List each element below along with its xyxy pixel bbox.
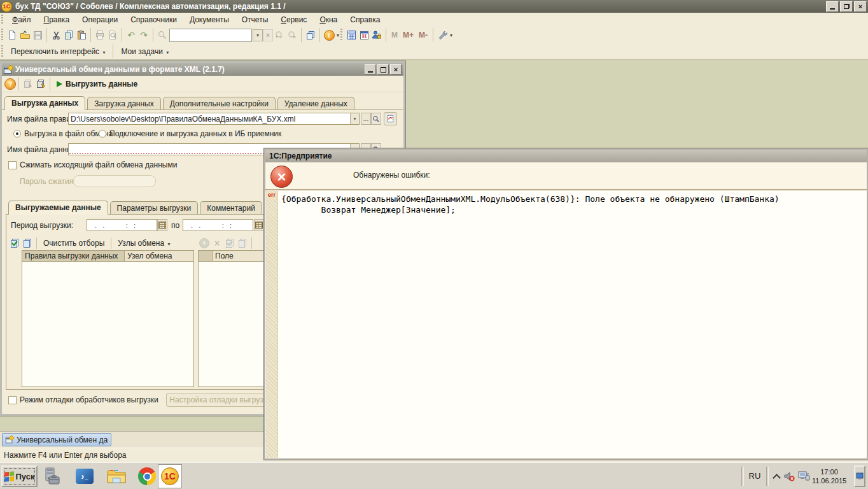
tab-exported-data[interactable]: Выгружаемые данные xyxy=(8,201,108,215)
menu-grip[interactable] xyxy=(1,15,3,25)
find-icon[interactable] xyxy=(156,29,169,41)
search-input[interactable] xyxy=(169,29,252,42)
windows-list-icon[interactable] xyxy=(304,29,317,41)
tab-export-data[interactable]: Выгрузка данных xyxy=(4,96,85,110)
toolbar-grip[interactable] xyxy=(1,45,3,57)
menu-file[interactable]: Файл xyxy=(6,14,38,25)
compression-password-input[interactable] xyxy=(73,175,156,187)
menu-reports[interactable]: Отчеты xyxy=(235,14,274,25)
delete-icon[interactable]: × xyxy=(211,237,223,250)
new-document-icon[interactable] xyxy=(6,29,18,41)
menu-edit[interactable]: Правка xyxy=(38,14,76,25)
copy-icon[interactable] xyxy=(62,29,75,41)
volume-muted-icon[interactable] xyxy=(781,466,797,486)
add-icon[interactable]: + xyxy=(198,237,211,250)
memory-subtract-button[interactable]: M- xyxy=(416,31,430,39)
language-indicator[interactable]: RU xyxy=(746,471,764,481)
check-all-fields-icon[interactable] xyxy=(223,237,236,250)
tab-export-parameters[interactable]: Параметры выгрузки xyxy=(110,201,199,214)
menu-service[interactable]: Сервис xyxy=(274,14,313,25)
user-permissions-icon[interactable] xyxy=(370,29,383,41)
tools-dropdown-icon[interactable]: ▾ xyxy=(450,32,452,38)
my-tasks-button[interactable]: Мои задачи ▾ xyxy=(116,47,174,56)
1c-taskbar-button[interactable]: 1С xyxy=(158,464,182,488)
undo-icon[interactable]: ↶ xyxy=(125,29,137,41)
period-from-input[interactable]: . . : : xyxy=(87,219,157,231)
tab-additional-settings[interactable]: Дополнительные настройки xyxy=(163,97,276,110)
redo-icon[interactable]: ↷ xyxy=(137,29,150,41)
reload-rules-button[interactable] xyxy=(384,112,397,125)
dialog-maximize-button[interactable] xyxy=(377,64,389,74)
find-previous-icon[interactable] xyxy=(273,29,286,41)
info-icon[interactable]: i xyxy=(324,30,335,41)
debug-settings-button[interactable]: Настройка отладки выгрузки xyxy=(166,393,274,407)
powershell-icon[interactable]: ›_ xyxy=(74,466,95,486)
menu-operations[interactable]: Операции xyxy=(76,14,124,25)
switch-interface-button[interactable]: Переключить интерфейс ▾ xyxy=(6,47,110,56)
help-icon[interactable]: ? xyxy=(4,78,16,90)
print-preview-icon[interactable] xyxy=(106,29,119,41)
restore-settings-icon[interactable] xyxy=(22,78,34,90)
show-hidden-icons-chevron[interactable] xyxy=(773,474,781,482)
period-to-calendar-button[interactable] xyxy=(254,219,264,231)
server-manager-icon[interactable] xyxy=(41,466,62,486)
memory-recall-button[interactable]: M xyxy=(389,31,400,39)
compress-checkbox[interactable]: Сжимать исходящий файл обмена данными xyxy=(8,160,177,169)
chrome-icon[interactable] xyxy=(136,466,158,486)
error-titlebar[interactable]: 1С:Предприятие xyxy=(265,150,867,162)
chevron-down-icon[interactable]: ▾ xyxy=(350,113,359,124)
dialog-close-button[interactable]: × xyxy=(390,64,402,74)
menu-help[interactable]: Справка xyxy=(344,14,386,25)
show-desktop-button[interactable] xyxy=(854,465,865,487)
app-restore-button[interactable] xyxy=(840,1,853,12)
search-dropdown-button[interactable]: ▾ xyxy=(253,29,263,41)
print-icon[interactable] xyxy=(94,29,106,41)
tab-import-data[interactable]: Загрузка данных xyxy=(87,97,160,110)
menu-catalogs[interactable]: Справочники xyxy=(124,14,183,25)
radio-connect-to-ib[interactable]: Подключение и выгрузка данных в ИБ прием… xyxy=(99,129,281,138)
tools-icon[interactable] xyxy=(436,29,449,41)
check-all-icon[interactable] xyxy=(8,237,21,250)
radio-export-to-file[interactable]: Выгрузка в файл обмена xyxy=(13,129,113,138)
rules-table-body[interactable] xyxy=(22,262,194,387)
tab-delete-data[interactable]: Удаление данных xyxy=(277,97,354,110)
period-from-calendar-button[interactable] xyxy=(157,219,167,231)
open-icon[interactable] xyxy=(18,29,31,41)
error-text[interactable]: {Обработка.УниверсальныйОбменДаннымиXML.… xyxy=(281,194,864,215)
save-icon[interactable] xyxy=(31,29,44,41)
column-marker[interactable] xyxy=(198,250,212,262)
save-settings-icon[interactable] xyxy=(34,78,47,90)
calculator-icon[interactable] xyxy=(345,29,358,41)
cut-icon[interactable] xyxy=(50,29,62,41)
toolbar-grip[interactable] xyxy=(1,29,3,41)
app-minimize-button[interactable] xyxy=(826,1,839,12)
search-clear-button[interactable]: × xyxy=(263,29,273,41)
menu-windows[interactable]: Окна xyxy=(313,14,344,25)
app-close-button[interactable]: × xyxy=(854,1,867,12)
dialog-titlebar[interactable]: Универсальный обмен данными в формате XM… xyxy=(2,63,403,76)
uncheck-all-icon[interactable] xyxy=(21,237,34,250)
start-button[interactable]: Пуск xyxy=(1,465,38,487)
exchange-nodes-button[interactable]: Узлы обмена ▾ xyxy=(114,239,174,248)
export-data-button[interactable]: Выгрузить данные xyxy=(66,80,137,89)
debug-mode-checkbox[interactable]: Режим отладки обработчиков выгрузки xyxy=(8,395,158,404)
clear-filters-button[interactable]: Очистить отборы xyxy=(39,239,108,248)
menu-documents[interactable]: Документы xyxy=(183,14,235,25)
tab-comment[interactable]: Комментарий xyxy=(200,201,262,214)
paste-icon[interactable] xyxy=(75,29,88,41)
rules-file-browse-button[interactable]: ... xyxy=(361,113,371,125)
explorer-icon[interactable] xyxy=(106,466,127,486)
column-export-rules[interactable]: Правила выгрузки данных xyxy=(22,250,124,262)
rules-file-combo[interactable]: D:\Users\sobolev\Desktop\ПравилаОбменаДа… xyxy=(68,113,360,125)
info-dropdown-icon[interactable]: ▾ xyxy=(337,32,339,38)
clock[interactable]: 17:0011.06.2015 xyxy=(809,467,849,485)
find-next-icon[interactable] xyxy=(286,29,298,41)
column-exchange-node[interactable]: Узел обмена xyxy=(124,250,194,262)
mdi-task-button[interactable]: Универсальный обмен дан... xyxy=(2,433,111,446)
dialog-minimize-button[interactable] xyxy=(365,64,376,74)
memory-add-button[interactable]: M+ xyxy=(400,31,416,39)
uncheck-all-fields-icon[interactable] xyxy=(236,237,249,250)
calendar-icon[interactable]: 31 xyxy=(358,29,370,41)
rules-file-search-button[interactable] xyxy=(371,113,381,125)
period-to-input[interactable]: . . : : xyxy=(183,219,253,231)
